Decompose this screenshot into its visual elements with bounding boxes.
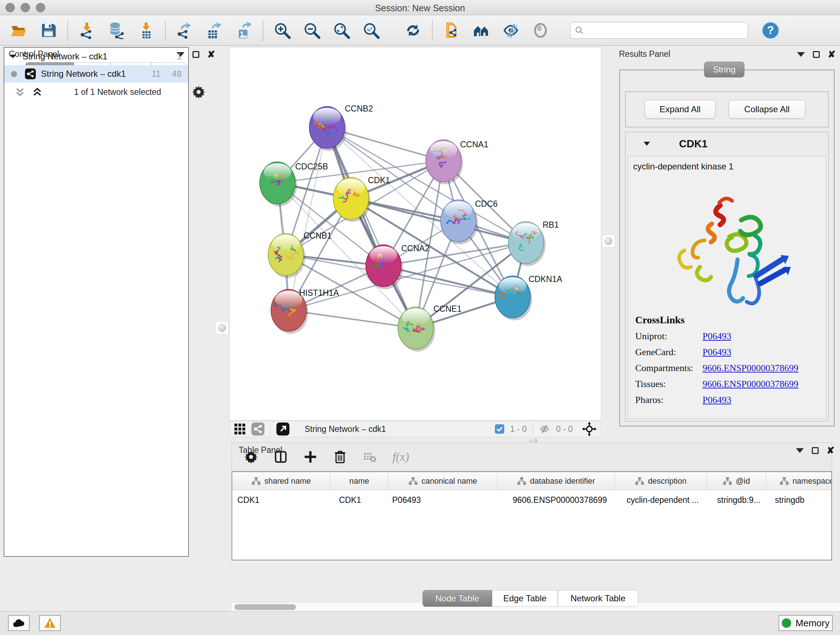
save-session-icon[interactable] [40,22,57,39]
import-network-icon[interactable] [78,22,95,39]
network-collection-row[interactable]: String Network – cdk1 1 [4,48,188,65]
grid-view-icon[interactable] [234,423,246,435]
table-cell[interactable]: P06493 [392,495,421,505]
network-node-cdk1[interactable]: CDK1 [333,176,390,222]
network-node-rb1[interactable]: RB1 [508,220,559,266]
column-header--id[interactable]: @id [707,472,766,490]
network-view-canvas[interactable]: CCNB2CCNA1CDC25BCDK1CDC6RB1CCNB1CCNA2CDK… [229,47,601,421]
network-edge[interactable] [289,127,327,310]
gene-expander-icon[interactable] [643,140,651,148]
search-field[interactable] [570,22,748,39]
network-options-gear-icon[interactable] [192,85,205,99]
warnings-button[interactable] [39,615,61,631]
table-cell[interactable]: 9606.ENSP00000378699 [513,495,607,505]
crosslink-value[interactable]: P06493 [703,394,731,405]
zoom-fit-icon[interactable] [333,22,350,39]
node-label: CCNB2 [345,104,373,113]
collection-expander-icon[interactable] [9,53,17,60]
network-node-ccne1[interactable]: CCNE1 [398,304,462,352]
zoom-in-icon[interactable] [273,22,291,39]
column-label: canonical name [422,477,477,486]
selected-nodes-checkbox-icon[interactable] [495,424,504,434]
right-splitter-handle[interactable] [602,234,615,248]
column-header-namespace[interactable]: namespace [766,472,832,490]
crosslink-label: Uniprot: [635,331,703,342]
tab-string[interactable]: String [704,62,745,78]
zoom-out-icon[interactable] [303,22,321,39]
collapse-all-networks-icon[interactable] [14,86,26,98]
hide-selected-icon[interactable] [502,22,519,39]
control-panel-close-icon[interactable]: ✘ [207,51,215,58]
network-node-ccnb2[interactable]: CCNB2 [309,104,373,151]
export-document-share-icon[interactable] [443,22,460,39]
node-label: CDK1 [368,176,390,185]
string-network-graph[interactable]: CCNB2CCNA1CDC25BCDK1CDC6RB1CCNB1CCNA2CDK… [230,48,601,420]
results-panel-close-icon[interactable]: ✘ [828,51,836,58]
export-network-icon[interactable] [176,22,193,39]
cloud-button[interactable] [8,615,30,631]
network-row[interactable]: String Network – cdk1 11 48 [4,65,188,82]
help-icon[interactable]: ? [762,22,779,39]
crosslink-value[interactable]: 9606.ENSP00000378699 [703,379,798,390]
network-node-cdkn1a[interactable]: CDKN1A [495,274,562,320]
column-header-shared-name[interactable]: shared name [232,472,330,490]
table-cell[interactable]: stringdb:9... [717,495,760,505]
collapse-all-button[interactable]: Collapse All [729,100,805,119]
network-view-title: String Network – cdk1 [305,424,480,434]
warning-icon [44,618,56,629]
create-column-icon[interactable] [303,450,317,464]
column-label: name [349,477,369,486]
column-type-icon [723,477,732,486]
delete-column-icon[interactable] [333,450,347,464]
column-header-name[interactable]: name [330,472,388,490]
node-table[interactable]: shared namenamecanonical namedatabase id… [232,471,832,561]
search-input[interactable] [584,26,744,35]
tab-network-table[interactable]: Network Table [558,590,638,607]
network-edge[interactable] [351,198,526,242]
table-panel-close-icon[interactable]: ✘ [827,447,835,454]
memory-button[interactable]: Memory [778,615,833,631]
network-edge[interactable] [327,127,416,328]
import-table-icon[interactable] [137,22,155,39]
control-panel-maximize-icon[interactable] [193,51,199,58]
table-panel-float-icon[interactable] [796,448,804,453]
expand-all-button[interactable]: Expand All [645,100,715,119]
detach-view-icon[interactable] [276,423,289,435]
pan-crosshair-icon[interactable] [582,422,597,436]
results-panel-maximize-icon[interactable] [813,51,820,58]
results-panel-float-icon[interactable] [797,52,805,57]
column-type-icon [517,477,526,486]
import-database-icon[interactable] [108,22,125,39]
crosslink-value[interactable]: P06493 [703,331,731,342]
refresh-icon[interactable] [404,22,422,39]
open-session-icon[interactable] [10,22,27,39]
network-view-share-icon[interactable] [251,423,264,435]
table-cell[interactable]: CDK1 [339,495,361,505]
column-header-database-identifier[interactable]: database identifier [497,472,615,490]
show-all-icon[interactable] [532,22,549,39]
crosslink-value[interactable]: 9606.ENSP00000378699 [703,363,798,374]
column-type-icon [780,477,789,486]
column-header-description[interactable]: description [615,472,707,490]
network-node-hist1h1a[interactable]: HIST1H1A [271,288,339,334]
table-panel-maximize-icon[interactable] [812,447,819,454]
gene-section-header[interactable]: CDK1 [625,132,829,155]
table-cell[interactable]: stringdb [775,495,805,505]
network-node-ccna2[interactable]: CCNA2 [366,244,429,289]
tab-node-table[interactable]: Node Table [423,590,492,607]
export-table-icon[interactable] [205,22,223,39]
network-node-ccnb1[interactable]: CCNB1 [268,231,332,278]
first-neighbors-icon[interactable] [472,22,490,39]
zoom-selected-icon[interactable] [363,22,380,39]
left-splitter-handle[interactable] [216,321,229,334]
export-image-icon[interactable] [235,22,253,39]
crosslink-value[interactable]: P06493 [703,347,731,358]
delete-table-icon[interactable] [363,450,377,464]
tab-edge-table[interactable]: Edge Table [492,590,558,607]
table-cell[interactable]: CDK1 [237,495,259,505]
network-node-ccna1[interactable]: CCNA1 [426,140,488,184]
column-header-canonical-name[interactable]: canonical name [388,472,497,490]
apply-function-icon[interactable]: f(x) [393,450,409,464]
expand-all-networks-icon[interactable] [31,86,43,98]
table-cell[interactable]: cyclin-dependent ... [627,495,699,505]
